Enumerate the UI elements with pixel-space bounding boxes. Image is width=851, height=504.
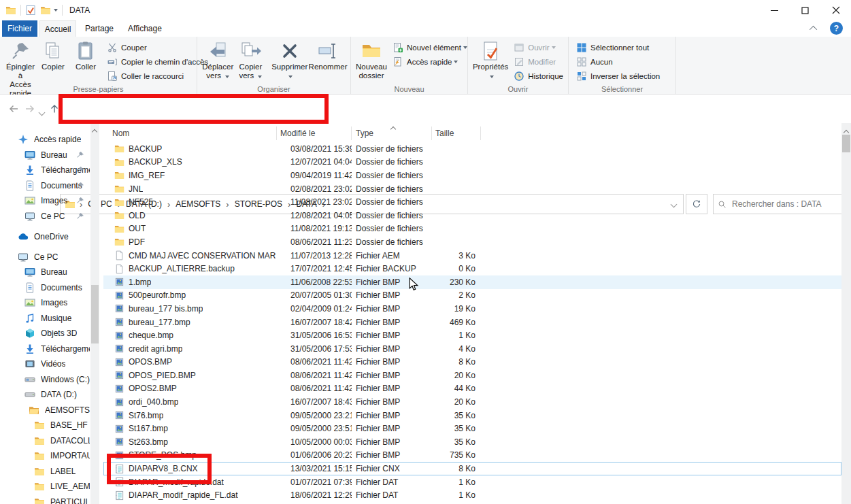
recent-locations-chevron-icon[interactable] bbox=[39, 107, 44, 117]
edit-button[interactable]: Modifier bbox=[512, 54, 565, 69]
table-row[interactable]: St167.bmp 09/05/2000 23:51 Fichier BMP 3… bbox=[103, 422, 841, 435]
sidebar-item[interactable]: Vidéos bbox=[0, 356, 90, 372]
sidebar-item[interactable]: IMPORTAUTO bbox=[0, 448, 90, 464]
new-item-button[interactable]: Nouvel élément bbox=[390, 40, 469, 54]
table-row[interactable]: BACKUP_ALTIERRE.backup 17/07/2021 12:45 … bbox=[103, 262, 841, 275]
table-row[interactable]: CMD MAJ AVEC CONSERVATION MARGE... 11/07… bbox=[103, 249, 841, 263]
move-to-button[interactable]: Déplacervers bbox=[201, 39, 234, 82]
table-row[interactable]: JNL 02/08/2021 23:02 Dossier de fichiers bbox=[103, 182, 841, 196]
sidebar-item[interactable]: Images bbox=[0, 295, 90, 311]
select-none-button[interactable]: Aucun bbox=[574, 54, 662, 69]
column-header-size[interactable]: Taille bbox=[432, 127, 481, 140]
table-row[interactable]: PDF 08/06/2021 11:23 Dossier de fichiers bbox=[103, 235, 841, 249]
table-row[interactable]: OPOS2.BMP 08/06/2021 11:42 Fichier BMP 4… bbox=[103, 382, 841, 396]
table-row[interactable]: St76.bmp 09/05/2000 23:21 Fichier BMP 35… bbox=[103, 409, 841, 422]
qat-properties-icon[interactable] bbox=[25, 5, 36, 16]
up-button[interactable] bbox=[49, 103, 60, 114]
open-button[interactable]: Ouvrir bbox=[512, 40, 565, 54]
table-row[interactable]: bureau_177 bis.bmp 02/04/2009 01:24 Fich… bbox=[103, 302, 841, 316]
easy-access-button[interactable]: Accès rapide bbox=[390, 54, 469, 69]
sidebar-item[interactable]: AEMSOFTS bbox=[0, 403, 90, 418]
table-row[interactable]: BACKUP_XLS 12/07/2021 04:04 Dossier de f… bbox=[103, 156, 841, 169]
sidebar-item[interactable]: Musique bbox=[0, 311, 90, 326]
file-modified-date: 03/08/2021 15:39 bbox=[277, 144, 352, 154]
table-row[interactable]: cheque.bmp 31/05/2006 16:53 Fichier BMP … bbox=[103, 329, 841, 342]
paste-button[interactable]: Coller bbox=[69, 39, 102, 73]
back-button[interactable] bbox=[8, 103, 19, 114]
sidebar-item[interactable]: OneDrive bbox=[0, 229, 90, 245]
table-row[interactable]: OUT 11/08/2021 19:13 Dossier de fichiers bbox=[103, 222, 841, 236]
sidebar-item[interactable]: LABEL bbox=[0, 464, 90, 480]
select-all-button[interactable]: Sélectionner tout bbox=[574, 40, 662, 54]
table-row[interactable]: IMG_REF 09/04/2019 11:42 Dossier de fich… bbox=[103, 169, 841, 182]
column-header-name[interactable]: Nom bbox=[103, 127, 277, 140]
new-folder-button[interactable]: Nouveaudossier bbox=[355, 39, 388, 82]
sidebar-item[interactable]: LIVE_AEMSOF bbox=[0, 479, 90, 494]
table-row[interactable]: OPOS.BMP 08/06/2021 11:42 Fichier BMP 8 … bbox=[103, 356, 841, 369]
sidebar-item[interactable]: DATA (D:) bbox=[0, 387, 90, 403]
table-row[interactable]: credit agri.bmp 31/05/2006 17:53 Fichier… bbox=[103, 342, 841, 356]
sidebar-item[interactable]: PARTICULARI bbox=[0, 494, 90, 504]
table-row[interactable]: 500peurofr.bmp 20/07/2005 01:30 Fichier … bbox=[103, 289, 841, 303]
maximize-button[interactable] bbox=[790, 0, 820, 20]
cut-button[interactable]: Couper bbox=[105, 40, 210, 54]
table-row[interactable]: NF525 11/08/2021 23:02 Dossier de fichie… bbox=[103, 195, 841, 209]
tab-share[interactable]: Partage bbox=[82, 20, 117, 37]
sidebar-item[interactable]: Bureau bbox=[0, 148, 90, 163]
table-row[interactable]: STORE_POS.bmp 01/06/2006 20:23 Fichier B… bbox=[103, 449, 841, 463]
help-button[interactable]: ? bbox=[830, 22, 843, 35]
scrollbar-thumb[interactable] bbox=[91, 285, 99, 343]
scrollbar-thumb[interactable] bbox=[842, 135, 850, 152]
table-row[interactable]: DIAPARV8_B.CNX 13/03/2021 15:15 Fichier … bbox=[103, 462, 841, 475]
sidebar-item[interactable]: DATACOLLEC bbox=[0, 433, 90, 449]
table-row[interactable]: OLD 12/08/2021 04:05 Dossier de fichiers bbox=[103, 209, 841, 222]
table-row[interactable]: bureau_177.bmp 16/07/2007 18:42 Fichier … bbox=[103, 316, 841, 329]
sidebar-item[interactable]: Téléchargements bbox=[0, 341, 90, 357]
ribbon-collapse-button[interactable] bbox=[812, 24, 821, 33]
copy-button[interactable]: Copier bbox=[37, 39, 69, 73]
sidebar-item[interactable]: Accès rapide bbox=[0, 132, 90, 148]
sidebar-item[interactable]: Ce PC bbox=[0, 250, 90, 265]
invert-selection-button[interactable]: Inverser la sélection bbox=[574, 69, 662, 83]
table-row[interactable]: 1.bmp 11/06/2008 22:53 Fichier BMP 230 K… bbox=[103, 275, 841, 289]
sidebar-item-label: Téléchargements bbox=[41, 344, 90, 354]
table-row[interactable]: DIAPAR_modif_rapide.dat 01/07/2021 07:39… bbox=[103, 475, 841, 489]
sidebar-item[interactable]: Ce PC bbox=[0, 209, 90, 224]
sidebar-item[interactable]: Documents bbox=[0, 280, 90, 296]
properties-button[interactable]: Propriétés bbox=[472, 39, 509, 82]
scroll-up-icon[interactable] bbox=[93, 127, 97, 136]
table-row[interactable]: St263.bmp 10/05/2000 00:03 Fichier BMP 3… bbox=[103, 435, 841, 449]
delete-button[interactable]: Supprimer bbox=[271, 39, 308, 82]
forward-button[interactable] bbox=[24, 103, 35, 114]
sidebar-item[interactable]: Images bbox=[0, 193, 90, 209]
file-icon bbox=[114, 184, 124, 194]
sidebar-item-label: OneDrive bbox=[34, 232, 69, 241]
table-row[interactable]: ordi_040.bmp 16/07/2007 18:43 Fichier BM… bbox=[103, 395, 841, 409]
table-row[interactable]: BACKUP 03/08/2021 15:39 Dossier de fichi… bbox=[103, 142, 841, 156]
sidebar-item[interactable]: Documents bbox=[0, 178, 90, 194]
column-header-modified[interactable]: Modifié le bbox=[277, 127, 352, 140]
close-button[interactable] bbox=[820, 0, 851, 20]
sidebar-item[interactable]: Téléchargements bbox=[0, 163, 90, 178]
qat-customize-chevron-icon[interactable] bbox=[54, 9, 58, 12]
sidebar-item[interactable]: Objets 3D bbox=[0, 326, 90, 341]
table-row[interactable]: OPOS_PIED.BMP 08/06/2021 11:42 Fichier B… bbox=[103, 369, 841, 382]
qat-new-folder-icon[interactable] bbox=[40, 5, 51, 16]
table-row[interactable]: DIAPAR_modif_rapide_FL.dat 18/06/2021 12… bbox=[103, 488, 841, 502]
tab-view[interactable]: Affichage bbox=[124, 20, 166, 37]
sidebar-item[interactable]: Windows (C:) bbox=[0, 372, 90, 388]
minimize-button[interactable] bbox=[759, 0, 790, 20]
filelist-scrollbar[interactable] bbox=[841, 123, 851, 504]
history-button[interactable]: Historique bbox=[512, 69, 565, 83]
copy-to-button[interactable]: Copiervers bbox=[234, 39, 267, 82]
tab-home[interactable]: Accueil bbox=[39, 20, 76, 37]
sidebar-item[interactable]: Bureau bbox=[0, 265, 90, 280]
sidebar-scrollbar[interactable] bbox=[90, 123, 99, 504]
sidebar-item[interactable]: BASE_HF bbox=[0, 418, 90, 433]
paste-shortcut-button[interactable]: Coller le raccourci bbox=[105, 69, 210, 83]
file-icon bbox=[114, 437, 124, 447]
file-type: Fichier BMP bbox=[352, 304, 432, 314]
copy-path-button[interactable]: Copier le chemin d'accès bbox=[105, 54, 210, 69]
rename-button[interactable]: Renommer bbox=[308, 39, 348, 73]
tab-file[interactable]: Fichier bbox=[2, 20, 37, 37]
